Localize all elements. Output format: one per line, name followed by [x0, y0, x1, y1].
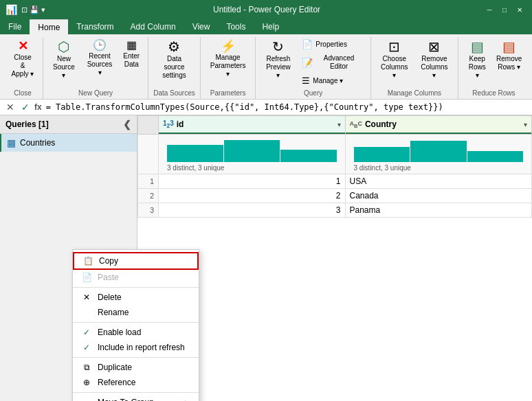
data-source-settings-button[interactable]: ⚙ Data sourcesettings	[153, 37, 195, 82]
refresh-preview-button[interactable]: ↻ RefreshPreview ▾	[260, 37, 296, 82]
ctx-include-refresh[interactable]: ✓ Include in report refresh	[73, 340, 199, 355]
close-btn[interactable]: ✕	[513, 3, 527, 16]
remove-columns-button[interactable]: ⊠ RemoveColumns ▾	[415, 37, 454, 82]
tab-tools[interactable]: Tools	[218, 19, 254, 34]
ctx-rename-label: Rename	[98, 308, 129, 317]
properties-icon: 📄	[302, 39, 313, 49]
query-right-btns: 📄 Properties 📝 Advanced Editor ☰ Manage …	[298, 37, 366, 88]
tab-add-column[interactable]: Add Column	[122, 19, 184, 34]
col-dropdown-country[interactable]: ▾	[524, 121, 527, 128]
ctx-enable-load[interactable]: ✓ Enable load	[73, 325, 199, 340]
enter-data-label: EnterData	[123, 52, 140, 69]
minimize-btn[interactable]: ─	[483, 3, 496, 16]
ctx-sep-3	[73, 357, 199, 358]
tab-transform[interactable]: Transform	[68, 19, 122, 34]
tab-view[interactable]: View	[184, 19, 219, 34]
enter-data-button[interactable]: ▦ EnterData	[119, 37, 144, 71]
ctx-reference[interactable]: ⊕ Reference	[73, 375, 199, 390]
bar-id-3	[280, 150, 337, 162]
stats-text-id: 3 distinct, 3 unique	[163, 163, 341, 172]
window-title: Untitled - Power Query Editor	[51, 5, 483, 14]
remove-columns-label: RemoveColumns ▾	[419, 55, 450, 80]
ctx-move-to-group[interactable]: Move To Group ▶	[73, 395, 199, 401]
ctx-rename[interactable]: Rename	[73, 305, 199, 320]
ctx-paste-icon: 📄	[81, 273, 92, 282]
manage-parameters-button[interactable]: ⚡ ManageParameters ▾	[205, 37, 252, 81]
ribbon-group-new-query-content: ⬡ NewSource ▾ 🕒 RecentSources ▾ ▦ EnterD…	[47, 37, 144, 88]
ctx-copy[interactable]: 📋 Copy	[73, 252, 199, 270]
formula-apply-btn[interactable]: ✓	[19, 102, 32, 113]
ribbon-group-new-query-label: New Query	[78, 88, 113, 99]
ribbon-group-close: ✕ Close &Apply ▾ Close	[3, 37, 43, 99]
ctx-sep-2	[73, 322, 199, 323]
remove-rows-button[interactable]: ▤ RemoveRows ▾	[493, 37, 525, 74]
ribbon-group-parameters: ⚡ ManageParameters ▾ Parameters	[201, 37, 256, 99]
queries-title: Queries [1]	[5, 119, 49, 129]
bar-visual-id	[163, 136, 341, 163]
ctx-copy-icon: 📋	[82, 256, 93, 266]
ctx-duplicate-icon: ⧉	[81, 363, 92, 372]
query-item-countries[interactable]: ▦ Countries	[0, 134, 137, 152]
stats-bar-country: 3 distinct, 3 unique	[345, 135, 532, 174]
queries-collapse-btn[interactable]: ❮	[123, 119, 131, 130]
col-header-country[interactable]: ABC Country ▾	[345, 116, 532, 135]
ribbon: ✕ Close &Apply ▾ Close ⬡ NewSource ▾ 🕒 R…	[0, 34, 532, 100]
tab-home[interactable]: Home	[30, 19, 68, 34]
ctx-delete-label: Delete	[98, 293, 122, 302]
advanced-editor-icon: 📝	[302, 58, 313, 68]
ctx-sep-1	[73, 287, 199, 288]
window-controls-left: ⊡ 💾 ▾	[21, 5, 45, 14]
bar-id-2	[224, 140, 280, 162]
ctx-include-refresh-label: Include in report refresh	[98, 343, 185, 352]
col-type-id-icon: 123	[163, 119, 174, 129]
new-source-label: NewSource ▾	[52, 55, 76, 80]
row-1-country: USA	[345, 174, 532, 189]
keep-rows-button[interactable]: ▤ KeepRows ▾	[463, 37, 491, 82]
bar-visual-country	[350, 136, 528, 163]
formula-cancel-btn[interactable]: ✕	[4, 102, 16, 113]
choose-columns-icon: ⊡	[388, 40, 400, 54]
remove-rows-label: RemoveRows ▾	[496, 55, 522, 71]
col-type-country-icon: ABC	[350, 120, 362, 129]
ctx-duplicate-label: Duplicate	[98, 363, 132, 372]
manage-parameters-label: ManageParameters ▾	[209, 54, 247, 78]
new-source-icon: ⬡	[58, 40, 69, 54]
table-row: 2 2 Canada	[138, 189, 532, 203]
context-menu: 📋 Copy 📄 Paste ✕ Delete Rename ✓ Enable …	[72, 249, 199, 401]
close-apply-button[interactable]: ✕ Close &Apply ▾	[7, 37, 38, 81]
ctx-reference-icon: ⊕	[81, 378, 92, 387]
formula-input[interactable]	[46, 102, 528, 112]
ctx-enable-load-check: ✓	[81, 328, 92, 337]
col-header-id[interactable]: 123 id ▾	[159, 116, 346, 135]
manage-button[interactable]: ☰ Manage ▾	[298, 73, 366, 88]
col-name-id: id	[177, 119, 184, 129]
enter-data-icon: ▦	[126, 40, 137, 51]
ctx-enable-load-label: Enable load	[98, 328, 141, 337]
properties-button[interactable]: 📄 Properties	[298, 37, 366, 51]
tab-file[interactable]: File	[0, 19, 30, 34]
main-area: Queries [1] ❮ ▦ Countries 📋 Copy 📄 Paste…	[0, 115, 532, 401]
new-source-button[interactable]: ⬡ NewSource ▾	[47, 37, 80, 82]
bar-country-2	[410, 141, 467, 162]
formula-bar-controls: ✕ ✓ fx	[4, 102, 42, 113]
queries-header: Queries [1] ❮	[0, 115, 137, 134]
data-source-settings-icon: ⚙	[168, 40, 180, 54]
ribbon-group-data-sources: ⚙ Data sourcesettings Data Sources	[148, 37, 200, 99]
maximize-btn[interactable]: □	[498, 3, 511, 16]
properties-label: Properties	[315, 41, 347, 49]
ctx-delete[interactable]: ✕ Delete	[73, 290, 199, 305]
window-controls: ─ □ ✕	[483, 3, 527, 16]
ribbon-group-data-sources-content: ⚙ Data sourcesettings	[153, 37, 195, 88]
row-1-id: 1	[159, 174, 346, 189]
row-3-id: 3	[159, 203, 346, 218]
ribbon-group-manage-columns-label: Manage Columns	[388, 88, 441, 99]
recent-sources-button[interactable]: 🕒 RecentSources ▾	[82, 37, 118, 80]
tab-help[interactable]: Help	[254, 19, 287, 34]
ribbon-group-data-sources-label: Data Sources	[153, 88, 195, 99]
col-name-country: Country	[365, 119, 397, 129]
ctx-move-to-group-label: Move To Group	[98, 398, 154, 401]
col-dropdown-id[interactable]: ▾	[337, 121, 341, 128]
advanced-editor-button[interactable]: 📝 Advanced Editor	[298, 52, 366, 73]
ctx-duplicate[interactable]: ⧉ Duplicate	[73, 360, 199, 375]
choose-columns-button[interactable]: ⊡ ChooseColumns ▾	[375, 37, 414, 82]
